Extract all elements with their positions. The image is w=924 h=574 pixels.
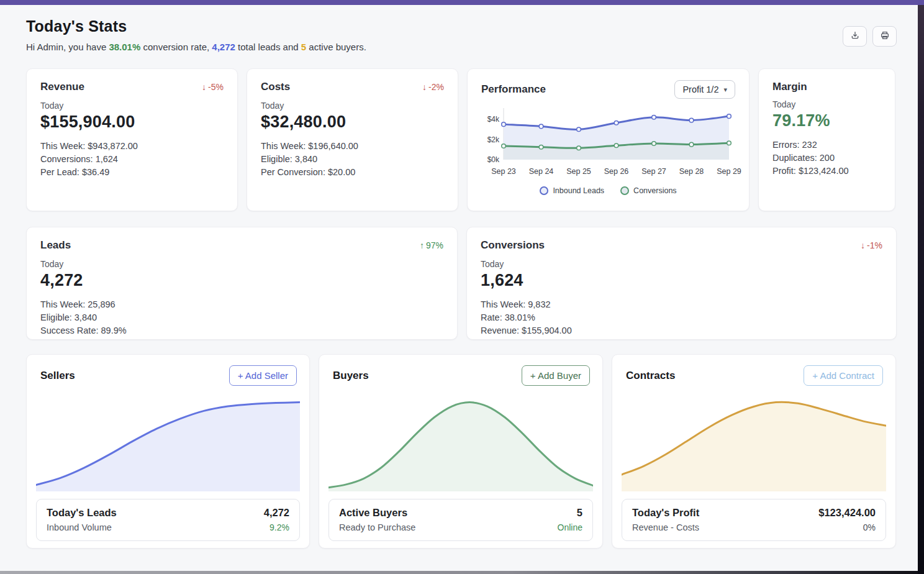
conversions-card: Conversions ↓-1% Today 1,624 This Week: …	[466, 227, 897, 340]
buyers-footer: Active Buyers 5 Ready to Purchase Online	[328, 499, 593, 541]
arrow-down-icon: ↓	[422, 82, 427, 92]
margin-period-label: Today	[772, 99, 881, 109]
svg-text:Sep 28: Sep 28	[679, 167, 704, 176]
dashboard-screen: Today's Stats Hi Admin, you have 38.01% …	[0, 0, 924, 574]
top-edge-bar	[0, 0, 924, 5]
stat-line: This Week: $196,640.00	[261, 140, 444, 153]
page-content: Today's Stats Hi Admin, you have 38.01% …	[0, 0, 924, 549]
svg-text:$2k: $2k	[487, 135, 500, 144]
conversions-delta: ↓-1%	[861, 240, 882, 250]
sellers-footer: Today's Leads 4,272 Inbound Volume 9.2%	[36, 499, 300, 541]
greeting-mid1: conversion rate,	[140, 42, 212, 52]
buyers-footer-value: 5	[577, 507, 582, 519]
stat-line: Eligible: 3,840	[261, 153, 444, 166]
revenue-period-label: Today	[40, 101, 224, 111]
add-contract-button[interactable]: + Add Contract	[804, 365, 883, 386]
sellers-panel: Sellers + Add Seller Today's Leads 4,272…	[26, 354, 310, 549]
svg-text:Sep 26: Sep 26	[604, 167, 629, 176]
stat-line: Errors: 232	[772, 139, 881, 152]
svg-text:Sep 25: Sep 25	[566, 167, 591, 176]
contracts-footer-value: $123,424.00	[818, 507, 876, 519]
buyers-footer-label: Active Buyers	[339, 507, 407, 519]
legend-label: Conversions	[633, 186, 676, 195]
stat-line: Profit: $123,424.00	[772, 165, 881, 178]
revenue-value: $155,904.00	[40, 112, 224, 132]
svg-text:Sep 23: Sep 23	[491, 167, 516, 176]
margin-value: 79.17%	[772, 111, 881, 130]
download-icon	[850, 30, 860, 43]
svg-text:$4k: $4k	[487, 115, 500, 124]
sellers-title: Sellers	[40, 370, 75, 382]
profit-dropdown-label: Profit 1/2	[682, 84, 718, 94]
sellers-chart	[36, 393, 300, 491]
contracts-footer-sublabel: Revenue - Costs	[632, 522, 699, 532]
revenue-title: Revenue	[40, 81, 84, 93]
buyers-chart	[328, 393, 593, 491]
contracts-footer-label: Today's Profit	[632, 507, 699, 519]
arrow-up-icon: ↑	[420, 240, 424, 250]
stat-line: This Week: 25,896	[40, 298, 443, 311]
greeting-total-leads: 4,272	[212, 42, 235, 52]
stat-line: Duplicates: 200	[772, 152, 881, 165]
stat-line: Rate: 38.01%	[481, 311, 882, 324]
print-button[interactable]	[872, 26, 897, 47]
stat-line: Revenue: $155,904.00	[481, 324, 882, 337]
page-title: Today's Stats	[26, 17, 366, 35]
stat-line: Per Conversion: $20.00	[261, 166, 444, 179]
costs-delta: ↓-2%	[422, 82, 444, 92]
sellers-footer-subvalue: 9.2%	[270, 522, 289, 532]
svg-text:Sep 29: Sep 29	[717, 167, 741, 176]
header-text: Today's Stats Hi Admin, you have 38.01% …	[26, 17, 366, 52]
arrow-down-icon: ↓	[202, 82, 206, 92]
contracts-chart	[622, 393, 886, 491]
page-header: Today's Stats Hi Admin, you have 38.01% …	[26, 17, 897, 52]
conversions-title: Conversions	[481, 239, 545, 252]
stat-line: This Week: 9,832	[481, 298, 882, 311]
buyers-title: Buyers	[333, 370, 369, 382]
greeting-active-buyers: 5	[301, 42, 306, 52]
costs-title: Costs	[261, 81, 290, 93]
profit-dropdown[interactable]: Profit 1/2 ▾	[674, 80, 735, 99]
greeting-mid2: total leads and	[235, 42, 301, 52]
svg-text:Sep 24: Sep 24	[529, 167, 554, 176]
stats-row-1: Revenue ↓-5% Today $155,904.00 This Week…	[26, 68, 897, 211]
printer-icon	[880, 30, 890, 43]
stat-line: Success Rate: 89.9%	[40, 324, 443, 337]
greeting-conversion-rate: 38.01%	[109, 42, 140, 52]
costs-period-label: Today	[261, 101, 444, 111]
legend-item-conversions[interactable]: Conversions	[620, 186, 676, 195]
arrow-down-icon: ↓	[861, 240, 865, 250]
costs-value: $32,480.00	[261, 112, 444, 132]
costs-card: Costs ↓-2% Today $32,480.00 This Week: $…	[247, 68, 458, 211]
greeting-suffix: active buyers.	[306, 42, 366, 52]
leads-title: Leads	[40, 239, 71, 252]
revenue-delta: ↓-5%	[202, 82, 224, 92]
contracts-panel: Contracts + Add Contract Today's Profit …	[612, 354, 896, 549]
margin-card: Margin Today 79.17% Errors: 232 Duplicat…	[758, 68, 895, 211]
download-button[interactable]	[843, 26, 867, 47]
header-actions	[843, 26, 897, 47]
leads-card: Leads ↑97% Today 4,272 This Week: 25,896…	[26, 227, 458, 340]
inbound-leads-swatch-icon	[540, 186, 548, 195]
legend-item-inbound-leads[interactable]: Inbound Leads	[540, 186, 604, 195]
screen-right-edge	[918, 5, 924, 574]
greeting-text: Hi Admin, you have 38.01% conversion rat…	[26, 42, 366, 52]
buyers-footer-subvalue: Online	[558, 522, 582, 532]
add-seller-button[interactable]: + Add Seller	[229, 365, 297, 386]
greeting-prefix: Hi Admin, you have	[26, 42, 109, 52]
conversions-value: 1,624	[481, 271, 882, 290]
conversions-swatch-icon	[620, 186, 629, 195]
leads-delta: ↑97%	[420, 240, 443, 250]
chevron-down-icon: ▾	[723, 86, 727, 94]
contracts-footer: Today's Profit $123,424.00 Revenue - Cos…	[622, 499, 886, 541]
panels-row: Sellers + Add Seller Today's Leads 4,272…	[26, 354, 897, 549]
stat-line: Per Lead: $36.49	[40, 166, 224, 179]
conversions-period-label: Today	[481, 259, 882, 269]
add-buyer-button[interactable]: + Add Buyer	[522, 365, 590, 386]
stat-line: Conversions: 1,624	[40, 153, 224, 166]
svg-text:Sep 27: Sep 27	[641, 167, 666, 176]
contracts-title: Contracts	[626, 370, 675, 382]
buyers-panel: Buyers + Add Buyer Active Buyers 5 Ready…	[319, 354, 603, 549]
performance-card: Performance Profit 1/2 ▾ $0k$2k$4kSep 23…	[467, 68, 750, 211]
leads-value: 4,272	[40, 271, 443, 290]
